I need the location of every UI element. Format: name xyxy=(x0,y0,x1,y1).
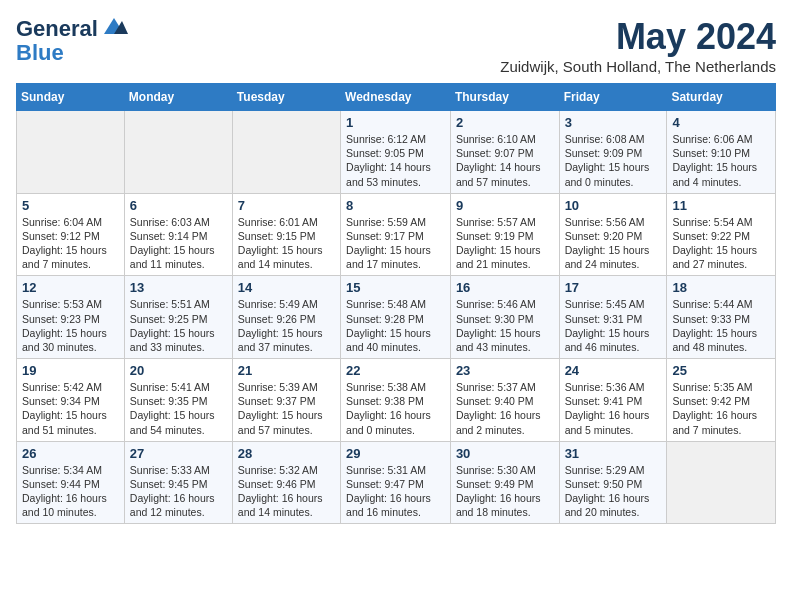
day-number: 12 xyxy=(22,280,119,295)
day-cell: 25Sunrise: 5:35 AM Sunset: 9:42 PM Dayli… xyxy=(667,359,776,442)
day-info: Sunrise: 6:01 AM Sunset: 9:15 PM Dayligh… xyxy=(238,215,335,272)
day-number: 7 xyxy=(238,198,335,213)
day-number: 29 xyxy=(346,446,445,461)
day-info: Sunrise: 5:44 AM Sunset: 9:33 PM Dayligh… xyxy=(672,297,770,354)
day-number: 4 xyxy=(672,115,770,130)
day-cell: 15Sunrise: 5:48 AM Sunset: 9:28 PM Dayli… xyxy=(341,276,451,359)
week-row-2: 5Sunrise: 6:04 AM Sunset: 9:12 PM Daylig… xyxy=(17,193,776,276)
day-cell: 5Sunrise: 6:04 AM Sunset: 9:12 PM Daylig… xyxy=(17,193,125,276)
week-row-4: 19Sunrise: 5:42 AM Sunset: 9:34 PM Dayli… xyxy=(17,359,776,442)
logo-icon xyxy=(100,16,128,36)
day-cell: 21Sunrise: 5:39 AM Sunset: 9:37 PM Dayli… xyxy=(232,359,340,442)
day-cell xyxy=(667,441,776,524)
day-number: 25 xyxy=(672,363,770,378)
weekday-header-thursday: Thursday xyxy=(450,84,559,111)
day-info: Sunrise: 5:46 AM Sunset: 9:30 PM Dayligh… xyxy=(456,297,554,354)
day-number: 27 xyxy=(130,446,227,461)
day-number: 19 xyxy=(22,363,119,378)
day-cell: 29Sunrise: 5:31 AM Sunset: 9:47 PM Dayli… xyxy=(341,441,451,524)
day-number: 14 xyxy=(238,280,335,295)
day-cell: 18Sunrise: 5:44 AM Sunset: 9:33 PM Dayli… xyxy=(667,276,776,359)
day-info: Sunrise: 5:56 AM Sunset: 9:20 PM Dayligh… xyxy=(565,215,662,272)
day-number: 28 xyxy=(238,446,335,461)
day-info: Sunrise: 5:45 AM Sunset: 9:31 PM Dayligh… xyxy=(565,297,662,354)
logo-text-blue: Blue xyxy=(16,41,128,65)
day-cell: 6Sunrise: 6:03 AM Sunset: 9:14 PM Daylig… xyxy=(124,193,232,276)
day-cell: 13Sunrise: 5:51 AM Sunset: 9:25 PM Dayli… xyxy=(124,276,232,359)
day-info: Sunrise: 5:38 AM Sunset: 9:38 PM Dayligh… xyxy=(346,380,445,437)
weekday-header-tuesday: Tuesday xyxy=(232,84,340,111)
day-info: Sunrise: 5:39 AM Sunset: 9:37 PM Dayligh… xyxy=(238,380,335,437)
title-block: May 2024 Zuidwijk, South Holland, The Ne… xyxy=(500,16,776,75)
day-cell: 9Sunrise: 5:57 AM Sunset: 9:19 PM Daylig… xyxy=(450,193,559,276)
day-number: 11 xyxy=(672,198,770,213)
day-cell: 20Sunrise: 5:41 AM Sunset: 9:35 PM Dayli… xyxy=(124,359,232,442)
day-cell: 27Sunrise: 5:33 AM Sunset: 9:45 PM Dayli… xyxy=(124,441,232,524)
day-cell: 16Sunrise: 5:46 AM Sunset: 9:30 PM Dayli… xyxy=(450,276,559,359)
day-cell: 28Sunrise: 5:32 AM Sunset: 9:46 PM Dayli… xyxy=(232,441,340,524)
day-info: Sunrise: 5:41 AM Sunset: 9:35 PM Dayligh… xyxy=(130,380,227,437)
day-cell xyxy=(232,111,340,194)
weekday-header-friday: Friday xyxy=(559,84,667,111)
day-info: Sunrise: 5:29 AM Sunset: 9:50 PM Dayligh… xyxy=(565,463,662,520)
day-cell: 17Sunrise: 5:45 AM Sunset: 9:31 PM Dayli… xyxy=(559,276,667,359)
day-cell: 14Sunrise: 5:49 AM Sunset: 9:26 PM Dayli… xyxy=(232,276,340,359)
day-info: Sunrise: 5:33 AM Sunset: 9:45 PM Dayligh… xyxy=(130,463,227,520)
day-cell: 7Sunrise: 6:01 AM Sunset: 9:15 PM Daylig… xyxy=(232,193,340,276)
weekday-header-monday: Monday xyxy=(124,84,232,111)
day-info: Sunrise: 6:06 AM Sunset: 9:10 PM Dayligh… xyxy=(672,132,770,189)
day-cell: 23Sunrise: 5:37 AM Sunset: 9:40 PM Dayli… xyxy=(450,359,559,442)
day-number: 21 xyxy=(238,363,335,378)
day-info: Sunrise: 5:53 AM Sunset: 9:23 PM Dayligh… xyxy=(22,297,119,354)
day-number: 18 xyxy=(672,280,770,295)
week-row-3: 12Sunrise: 5:53 AM Sunset: 9:23 PM Dayli… xyxy=(17,276,776,359)
day-cell: 12Sunrise: 5:53 AM Sunset: 9:23 PM Dayli… xyxy=(17,276,125,359)
day-info: Sunrise: 5:34 AM Sunset: 9:44 PM Dayligh… xyxy=(22,463,119,520)
day-number: 9 xyxy=(456,198,554,213)
day-info: Sunrise: 5:31 AM Sunset: 9:47 PM Dayligh… xyxy=(346,463,445,520)
day-number: 31 xyxy=(565,446,662,461)
day-number: 17 xyxy=(565,280,662,295)
day-cell: 30Sunrise: 5:30 AM Sunset: 9:49 PM Dayli… xyxy=(450,441,559,524)
day-info: Sunrise: 5:49 AM Sunset: 9:26 PM Dayligh… xyxy=(238,297,335,354)
day-number: 6 xyxy=(130,198,227,213)
day-cell xyxy=(124,111,232,194)
day-info: Sunrise: 5:57 AM Sunset: 9:19 PM Dayligh… xyxy=(456,215,554,272)
day-info: Sunrise: 5:37 AM Sunset: 9:40 PM Dayligh… xyxy=(456,380,554,437)
day-info: Sunrise: 5:42 AM Sunset: 9:34 PM Dayligh… xyxy=(22,380,119,437)
day-number: 3 xyxy=(565,115,662,130)
day-number: 2 xyxy=(456,115,554,130)
location-subtitle: Zuidwijk, South Holland, The Netherlands xyxy=(500,58,776,75)
day-cell: 26Sunrise: 5:34 AM Sunset: 9:44 PM Dayli… xyxy=(17,441,125,524)
day-number: 1 xyxy=(346,115,445,130)
day-cell: 22Sunrise: 5:38 AM Sunset: 9:38 PM Dayli… xyxy=(341,359,451,442)
day-cell: 24Sunrise: 5:36 AM Sunset: 9:41 PM Dayli… xyxy=(559,359,667,442)
weekday-header-wednesday: Wednesday xyxy=(341,84,451,111)
week-row-1: 1Sunrise: 6:12 AM Sunset: 9:05 PM Daylig… xyxy=(17,111,776,194)
page-header: General Blue May 2024 Zuidwijk, South Ho… xyxy=(16,16,776,75)
day-cell: 8Sunrise: 5:59 AM Sunset: 9:17 PM Daylig… xyxy=(341,193,451,276)
day-number: 5 xyxy=(22,198,119,213)
calendar-table: SundayMondayTuesdayWednesdayThursdayFrid… xyxy=(16,83,776,524)
day-cell xyxy=(17,111,125,194)
day-number: 20 xyxy=(130,363,227,378)
day-info: Sunrise: 5:59 AM Sunset: 9:17 PM Dayligh… xyxy=(346,215,445,272)
day-number: 10 xyxy=(565,198,662,213)
day-info: Sunrise: 5:54 AM Sunset: 9:22 PM Dayligh… xyxy=(672,215,770,272)
day-number: 8 xyxy=(346,198,445,213)
logo: General Blue xyxy=(16,16,128,65)
day-cell: 1Sunrise: 6:12 AM Sunset: 9:05 PM Daylig… xyxy=(341,111,451,194)
day-cell: 11Sunrise: 5:54 AM Sunset: 9:22 PM Dayli… xyxy=(667,193,776,276)
day-info: Sunrise: 6:12 AM Sunset: 9:05 PM Dayligh… xyxy=(346,132,445,189)
day-number: 23 xyxy=(456,363,554,378)
day-number: 26 xyxy=(22,446,119,461)
day-info: Sunrise: 6:03 AM Sunset: 9:14 PM Dayligh… xyxy=(130,215,227,272)
weekday-header-sunday: Sunday xyxy=(17,84,125,111)
day-info: Sunrise: 6:08 AM Sunset: 9:09 PM Dayligh… xyxy=(565,132,662,189)
day-info: Sunrise: 5:30 AM Sunset: 9:49 PM Dayligh… xyxy=(456,463,554,520)
day-info: Sunrise: 5:35 AM Sunset: 9:42 PM Dayligh… xyxy=(672,380,770,437)
day-cell: 4Sunrise: 6:06 AM Sunset: 9:10 PM Daylig… xyxy=(667,111,776,194)
day-cell: 3Sunrise: 6:08 AM Sunset: 9:09 PM Daylig… xyxy=(559,111,667,194)
day-cell: 19Sunrise: 5:42 AM Sunset: 9:34 PM Dayli… xyxy=(17,359,125,442)
day-info: Sunrise: 5:32 AM Sunset: 9:46 PM Dayligh… xyxy=(238,463,335,520)
